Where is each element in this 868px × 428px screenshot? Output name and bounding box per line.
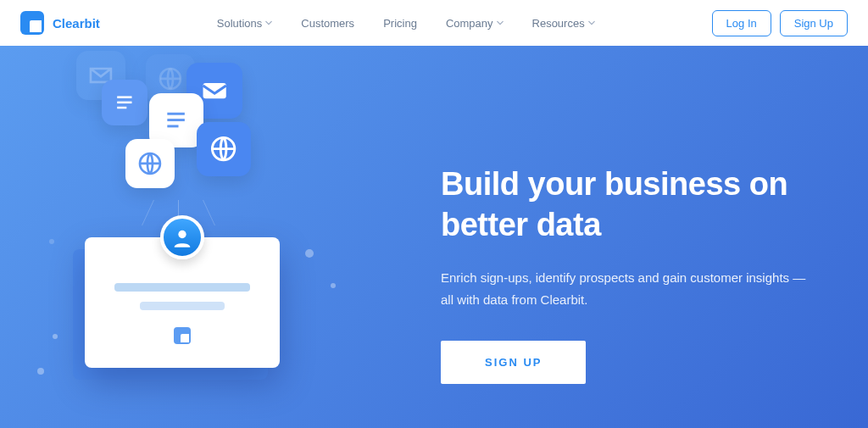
hero-illustration <box>0 46 356 428</box>
connector-line <box>142 200 154 225</box>
nav-label: Resources <box>532 17 585 30</box>
profile-card <box>85 237 280 368</box>
nav-label: Solutions <box>217 17 262 30</box>
decorative-dot <box>37 368 44 375</box>
logo-icon <box>174 327 191 344</box>
svg-rect-6 <box>168 120 186 122</box>
hero-title: Build your business on better data <box>441 164 817 245</box>
brand-name: Clearbit <box>53 16 100 31</box>
signup-button[interactable]: Sign Up <box>780 10 848 36</box>
nav-item-resources[interactable]: Resources <box>532 17 595 30</box>
nav-label: Pricing <box>383 17 417 30</box>
document-icon <box>102 80 147 125</box>
nav-label: Customers <box>301 17 354 30</box>
nav-item-pricing[interactable]: Pricing <box>383 17 417 30</box>
svg-rect-1 <box>117 97 131 98</box>
svg-rect-5 <box>168 113 186 115</box>
decorative-dot <box>331 283 336 288</box>
hero-subtitle: Enrich sign-ups, identify prospects and … <box>441 267 814 310</box>
top-nav: Clearbit Solutions Customers Pricing Com… <box>0 0 868 46</box>
nav-item-company[interactable]: Company <box>446 17 504 30</box>
decorative-dot <box>305 249 314 258</box>
nav-item-customers[interactable]: Customers <box>301 17 354 30</box>
decorative-dot <box>49 239 54 244</box>
placeholder-line <box>114 283 250 292</box>
svg-rect-2 <box>117 102 131 103</box>
chevron-down-icon <box>588 19 595 26</box>
connector-line <box>203 200 215 225</box>
avatar-icon <box>160 215 204 259</box>
svg-rect-7 <box>168 125 179 128</box>
chevron-down-icon <box>497 19 504 26</box>
svg-point-10 <box>178 231 186 238</box>
decorative-dot <box>53 334 58 339</box>
brand[interactable]: Clearbit <box>20 11 100 35</box>
nav-item-solutions[interactable]: Solutions <box>217 17 272 30</box>
chevron-down-icon <box>265 19 272 26</box>
globe-icon <box>197 122 251 176</box>
svg-rect-3 <box>117 107 126 108</box>
nav-actions: Log In Sign Up <box>712 10 848 36</box>
placeholder-line <box>140 302 225 310</box>
login-button[interactable]: Log In <box>712 10 771 36</box>
logo-icon <box>20 11 44 35</box>
cta-signup-button[interactable]: SIGN UP <box>441 341 586 384</box>
nav-label: Company <box>446 17 493 30</box>
hero-content: Build your business on better data Enric… <box>356 46 868 428</box>
nav-links: Solutions Customers Pricing Company Reso… <box>217 17 595 30</box>
svg-rect-4 <box>203 83 225 98</box>
hero: Build your business on better data Enric… <box>0 46 868 428</box>
globe-icon <box>125 139 175 188</box>
